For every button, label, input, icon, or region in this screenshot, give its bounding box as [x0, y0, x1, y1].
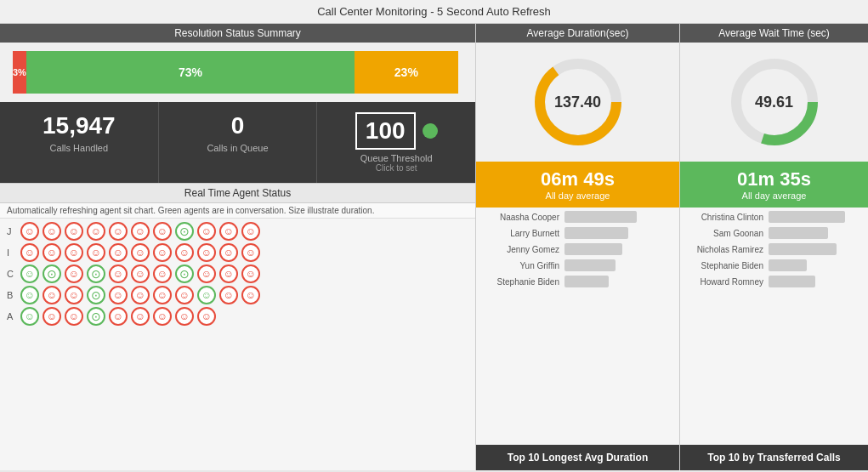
duration-bar — [564, 259, 616, 271]
agent-icon: ☺ — [87, 243, 105, 262]
agent-icon: ☺ — [219, 222, 238, 241]
duration-bar — [564, 211, 637, 223]
calls-in-queue-value: 0 — [166, 112, 310, 139]
agent-icon: ☺ — [109, 243, 128, 262]
agent-row-c: C ☺ ⊙ ☺ ⊙ ☺ ☺ ☺ ⊙ ☺ ☺ ☺ — [7, 264, 468, 283]
top10-transferred-button[interactable]: Top 10 by Transferred Calls — [680, 445, 868, 470]
avg-duration-alldaylabel: All day average — [483, 191, 672, 201]
resolution-header: Resolution Status Summary — [0, 24, 475, 43]
agent-icon-green: ☺ — [20, 307, 39, 326]
agent-icon: ☺ — [109, 264, 128, 283]
agent-icon: ☺ — [131, 222, 150, 241]
agent-icon: ☺ — [153, 243, 172, 262]
agent-grid: J ☺ ☺ ☺ ☺ ☺ ☺ ☺ ⊙ ☺ ☺ ☺ — [0, 219, 475, 332]
agent-icon: ☺ — [131, 264, 150, 283]
list-item: Naasha Cooper — [483, 211, 672, 223]
donut-duration-value: 137.40 — [554, 94, 601, 111]
avg-wait-alldaylabel: All day average — [687, 191, 861, 201]
agent-icons-j: ☺ ☺ ☺ ☺ ☺ ☺ ☺ ⊙ ☺ ☺ ☺ — [20, 222, 260, 241]
agent-icon-headset-green: ⊙ — [87, 307, 105, 326]
duration-bar — [564, 276, 609, 287]
threshold-value[interactable]: 100 — [355, 112, 416, 150]
threshold-label: Queue Threshold — [324, 153, 468, 163]
agent-icon: ☺ — [197, 264, 216, 283]
calls-handled-value: 15,947 — [7, 112, 151, 139]
agent-icon: ☺ — [219, 243, 238, 262]
agent-icon: ☺ — [65, 307, 83, 326]
agent-icon: ☺ — [65, 222, 83, 241]
agent-icon: ☺ — [65, 264, 83, 283]
avg-wait-header: Average Wait Time (sec) — [680, 24, 868, 43]
agent-icon: ☺ — [197, 222, 216, 241]
agent-icons-i: ☺ ☺ ☺ ☺ ☺ ☺ ☺ ☺ ☺ ☺ ☺ — [20, 243, 260, 262]
agent-icon: ☺ — [175, 243, 194, 262]
agent-icon: ☺ — [20, 222, 39, 241]
middle-panel: Average Duration(sec) 137.40 06m 49s All… — [476, 24, 680, 470]
queue-threshold-metric: 100 Queue Threshold Click to set — [317, 102, 475, 183]
agent-row-a: A ☺ ☺ ☺ ⊙ ☺ ☺ ☺ ☺ ☺ — [7, 307, 468, 326]
agent-icon: ☺ — [153, 307, 172, 326]
agent-icon: ☺ — [109, 286, 128, 304]
agent-icon: ☺ — [153, 264, 172, 283]
agent-icon-headset-green: ⊙ — [87, 286, 105, 304]
calls-handled-label: Calls Handled — [7, 143, 151, 153]
green-dot-indicator — [423, 123, 438, 139]
bar-green: 73% — [26, 51, 355, 94]
avg-duration-agent-list: Naasha Cooper Larry Burnett Jenny Gomez … — [476, 208, 679, 445]
agent-row-i: I ☺ ☺ ☺ ☺ ☺ ☺ ☺ ☺ ☺ ☺ ☺ — [7, 243, 468, 262]
bar-orange: 23% — [355, 51, 458, 94]
agent-status-header: Real Time Agent Status — [0, 184, 475, 203]
agent-icon: ☺ — [109, 307, 128, 326]
agent-icon-headset-green: ⊙ — [43, 264, 61, 283]
agent-icon: ☺ — [175, 286, 194, 304]
resolution-bar: 3% 73% 23% — [13, 51, 462, 94]
list-item: Nicholas Ramirez — [687, 243, 861, 255]
list-item: Howard Romney — [687, 276, 861, 287]
agent-icon: ☺ — [175, 307, 194, 326]
agent-icon: ☺ — [153, 222, 172, 241]
top10-duration-button[interactable]: Top 10 Longest Avg Duration — [476, 445, 679, 470]
avg-duration-formatted: 06m 49s — [483, 168, 672, 191]
agent-icon: ☺ — [65, 286, 83, 304]
agent-icon: ☺ — [87, 222, 105, 241]
donut-container: 137.40 — [476, 43, 679, 162]
agent-icon: ☺ — [43, 286, 61, 304]
agent-icon: ☺ — [241, 222, 260, 241]
donut-wrap: 137.40 — [527, 51, 629, 153]
agent-icon-headset: ⊙ — [175, 222, 194, 241]
agent-icon-green: ☺ — [197, 286, 216, 304]
agent-icon: ☺ — [153, 286, 172, 304]
wait-bar — [769, 227, 828, 239]
duration-bar — [564, 227, 628, 239]
threshold-sublabel[interactable]: Click to set — [324, 163, 468, 173]
agent-icon-headset-green: ⊙ — [175, 264, 194, 283]
agent-icon-green: ☺ — [20, 264, 39, 283]
top-stats: Resolution Status Summary 3% 73% 23% — [0, 24, 475, 184]
threshold-box: 100 — [324, 112, 468, 150]
bar-red: 3% — [13, 51, 26, 94]
donut-wait-wrap: 49.61 — [723, 51, 825, 153]
agent-icon: ☺ — [219, 286, 238, 304]
agent-icons-a: ☺ ☺ ☺ ⊙ ☺ ☺ ☺ ☺ ☺ — [20, 307, 216, 326]
agent-icon: ☺ — [219, 264, 238, 283]
agent-icon: ☺ — [43, 243, 61, 262]
wait-bar — [769, 211, 845, 223]
calls-handled-metric: 15,947 Calls Handled — [0, 102, 159, 183]
avg-duration-header: Average Duration(sec) — [476, 24, 679, 43]
agent-status-note: Automatically refreshing agent sit chart… — [0, 203, 475, 219]
wait-bar — [769, 276, 815, 287]
avg-duration-allday-bar: 06m 49s All day average — [476, 162, 679, 208]
agent-icon: ☺ — [241, 243, 260, 262]
list-item: Stephanie Biden — [483, 276, 672, 287]
list-item: Jenny Gomez — [483, 243, 672, 255]
list-item: Sam Goonan — [687, 227, 861, 239]
agent-icon: ☺ — [241, 286, 260, 304]
agent-icon: ☺ — [65, 243, 83, 262]
list-item: Yun Griffin — [483, 259, 672, 271]
agent-icon-headset-green: ⊙ — [87, 264, 105, 283]
agent-icon: ☺ — [131, 307, 150, 326]
agent-icon-green: ☺ — [20, 286, 39, 304]
agent-icon: ☺ — [241, 264, 260, 283]
agent-icons-b: ☺ ☺ ☺ ⊙ ☺ ☺ ☺ ☺ ☺ ☺ ☺ — [20, 286, 260, 304]
right-panel: Average Wait Time (sec) 49.61 01m 35s Al… — [680, 24, 868, 470]
